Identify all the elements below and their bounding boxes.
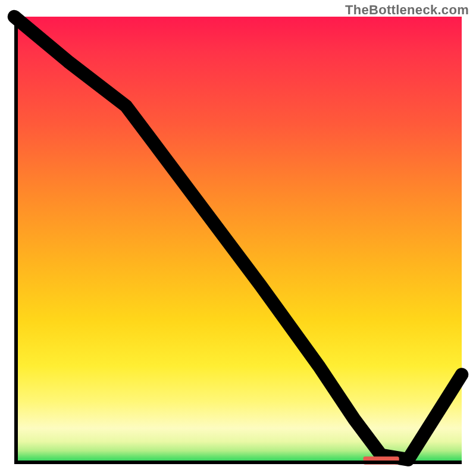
bottleneck-curve xyxy=(14,17,462,459)
attribution-label: TheBottleneck.com xyxy=(345,2,469,18)
chart-svg xyxy=(14,17,462,464)
chart-root: TheBottleneck.com xyxy=(0,0,476,476)
optimal-range-bar xyxy=(364,456,399,465)
plot-area xyxy=(14,17,462,464)
